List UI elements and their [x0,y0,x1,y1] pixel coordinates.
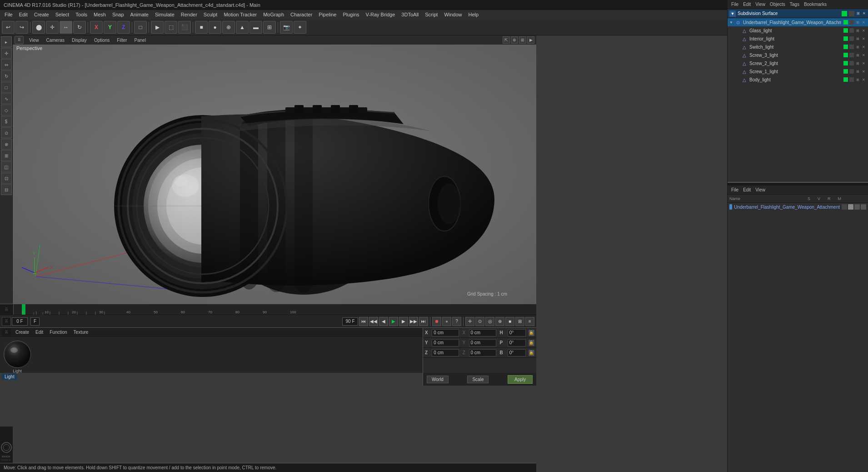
obj-ctrl-btn-6a[interactable]: ⊞ [855,69,860,74]
coord-b-val[interactable] [508,349,526,357]
paint-tool[interactable]: ⊗ [1,139,12,150]
coord-lock-btn-y[interactable]: 🔒 [529,340,534,346]
scale-tool-button[interactable]: ↔ [60,21,72,34]
menu-help[interactable]: Help [466,11,482,18]
obj-ctrl-btn-1a[interactable]: ⊞ [855,28,860,33]
menu-file[interactable]: File [2,11,15,18]
rotate-tool-button[interactable]: ↻ [73,21,86,34]
obj-row-3[interactable]: △ Switch_light ⊞ ✕ [728,43,868,51]
menu-simulate[interactable]: Simulate [152,11,177,18]
obj-ctrl-btn-7b[interactable]: ✕ [861,77,866,82]
light-button[interactable]: ✦ [294,21,306,34]
obj-dot-gray-3[interactable] [849,45,854,49]
viewport-nav-icon3[interactable]: ⊞ [519,36,526,44]
menu-mesh[interactable]: Mesh [91,11,109,18]
menu-script[interactable]: Script [422,11,440,18]
mode-btn-7[interactable]: ≡ [525,317,534,326]
render-view-button[interactable]: ▶ [151,21,164,34]
attr-object-row[interactable]: Underbarrel_Flashlight_Game_Weapon_Attac… [728,203,868,211]
obj-row-6[interactable]: △ Screw_1_light ⊞ ✕ [728,67,868,75]
obj-dot-gray-7[interactable] [849,77,854,82]
expand-icon-0[interactable]: ▼ [729,20,733,24]
question-button[interactable]: ? [452,317,461,326]
vertex-tool[interactable]: ◫ [1,161,12,172]
move-tool-button[interactable]: ✛ [46,21,59,34]
obj-mgr-tags[interactable]: Tags [788,1,801,8]
coord-y-pos[interactable] [432,339,459,346]
obj-ctrl-btn-2b[interactable]: ✕ [861,36,866,41]
viewport-menu-cameras[interactable]: Cameras [45,37,67,44]
menu-window[interactable]: Window [441,11,464,18]
coord-lock-btn-x[interactable]: 🔒 [529,330,534,336]
obj-dot-green-0[interactable] [843,20,848,25]
fps-input[interactable] [342,317,358,326]
menu-animate[interactable]: Animate [128,11,151,18]
next-key-button[interactable]: ▶▶ [409,317,418,326]
scale-button[interactable]: Scale [467,376,489,383]
coord-x-pos[interactable] [432,329,459,336]
attr-edit[interactable]: Edit [741,186,753,193]
obj-ctrl-btn-2a[interactable]: ⊞ [855,36,860,41]
panel-divider[interactable] [728,182,868,186]
mat-menu-function[interactable]: Function [48,329,69,336]
menu-motion-tracker[interactable]: Motion Tracker [221,11,259,18]
mode-btn-3[interactable]: ◎ [485,317,494,326]
mode-btn-2[interactable]: ⊙ [475,317,484,326]
obj-ctrl-btn-5b[interactable]: ✕ [861,60,866,66]
coord-y-rot[interactable] [469,339,496,346]
material-item[interactable]: Light [4,341,31,373]
menu-select[interactable]: Select [53,11,72,18]
attr-btn-m[interactable] [861,204,866,210]
obj-dot-gray-2[interactable] [849,36,854,41]
axis-x-button[interactable]: X [90,21,103,34]
coord-x-rot[interactable] [469,329,496,336]
obj-row-4[interactable]: △ Screw_3_light ⊞ ✕ [728,51,868,59]
coord-lock-btn-z[interactable]: 🔒 [529,350,534,356]
obj-dot-green-6[interactable] [843,69,848,74]
obj-row-5[interactable]: △ Screw_2_light ⊞ ✕ [728,59,868,67]
mode-btn-4[interactable]: ⊕ [495,317,504,326]
mat-menu-edit[interactable]: Edit [34,329,45,336]
apply-button[interactable]: Apply [508,375,533,384]
viewport-3d[interactable]: X Y Grid Spacing : 1 cm [13,35,536,304]
menu-plugins[interactable]: Plugins [340,11,362,18]
obj-ctrl-btn-0b[interactable]: ✕ [861,20,866,25]
spline-tool[interactable]: ∿ [1,93,12,104]
menu-create[interactable]: Create [31,11,52,18]
obj-dot-green-4[interactable] [843,53,848,57]
obj-dot-green-1[interactable] [843,28,848,33]
material-ball[interactable] [4,341,31,368]
mat-menu-create[interactable]: Create [14,329,31,336]
menu-edit[interactable]: Edit [16,11,30,18]
viewport-menu-view[interactable]: View [27,37,41,44]
menu-sculpt[interactable]: Sculpt [201,11,220,18]
coord-p-val[interactable] [508,339,526,346]
obj-ctrl-btn-4b[interactable]: ✕ [861,52,866,58]
viewport-menu-display[interactable]: Display [70,37,89,44]
null-button[interactable]: ⊞ [263,21,276,34]
attr-file[interactable]: File [729,186,740,193]
obj-dot-green-7[interactable] [843,77,848,82]
camera-button[interactable]: 📷 [280,21,293,34]
menu-tools[interactable]: Tools [73,11,90,18]
subdiv-dot-green[interactable] [842,11,847,16]
viewport-menu-panel[interactable]: Panel [133,37,148,44]
obj-mgr-view[interactable]: View [753,1,767,8]
obj-dot-gray-5[interactable] [849,61,854,65]
cylinder-button[interactable]: ⊕ [222,21,235,34]
cone-button[interactable]: ▲ [236,21,249,34]
pointer-tool[interactable]: ▸ [1,36,12,47]
texture-tool[interactable]: ⊞ [1,150,12,161]
obj-ctrl-btn-5a[interactable]: ⊞ [855,60,860,66]
obj-row-1[interactable]: △ Glass_light ⊞ ✕ [728,26,868,35]
subdiv-expand-icon[interactable]: ⊞ [856,11,860,16]
mode-btn-1[interactable]: ✛ [465,317,474,326]
coord-z-pos[interactable] [432,349,459,357]
obj-row-0[interactable]: ▼ ⊙ Underbarrel_Flashlight_Game_Weapon_A… [728,18,868,26]
obj-dot-gray-0[interactable] [849,20,854,25]
play-button[interactable]: ▶ [389,317,398,326]
obj-dot-green-2[interactable] [843,36,848,41]
render-all-button[interactable]: ⬛ [178,21,191,34]
obj-dot-green-5[interactable] [843,61,848,65]
menu-vray[interactable]: V-Ray Bridge [363,11,398,18]
